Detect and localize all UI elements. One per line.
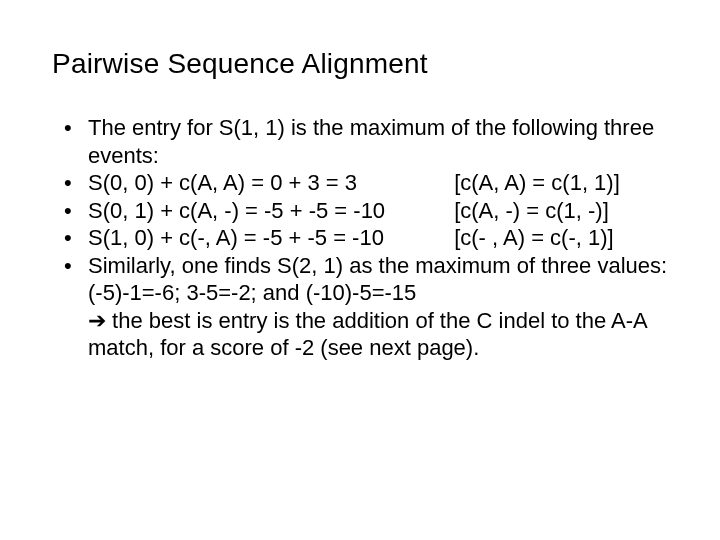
bullet-intro-text: The entry for S(1, 1) is the maximum of … (88, 115, 654, 168)
arrow-icon: ➔ (88, 308, 106, 333)
slide-title: Pairwise Sequence Alignment (52, 48, 668, 80)
eq1-rhs: [c(A, A) = c(1, 1)] (454, 169, 620, 197)
eq1-lhs: S(0, 0) + c(A, A) = 0 + 3 = 3 (88, 169, 448, 197)
bullet-list: The entry for S(1, 1) is the maximum of … (52, 114, 668, 362)
bullet-eq3: S(1, 0) + c(-, A) = -5 + -5 = -10 [c(- ,… (62, 224, 668, 252)
bullet-similarly: Similarly, one finds S(2, 1) as the maxi… (62, 252, 668, 362)
bullet-eq1: S(0, 0) + c(A, A) = 0 + 3 = 3 [c(A, A) =… (62, 169, 668, 197)
similarly-part-b: the best is entry is the addition of the… (88, 308, 647, 361)
bullet-eq2: S(0, 1) + c(A, -) = -5 + -5 = -10 [c(A, … (62, 197, 668, 225)
eq2-rhs: [c(A, -) = c(1, -)] (454, 197, 609, 225)
slide: Pairwise Sequence Alignment The entry fo… (0, 0, 720, 540)
eq2-lhs: S(0, 1) + c(A, -) = -5 + -5 = -10 (88, 197, 448, 225)
bullet-intro: The entry for S(1, 1) is the maximum of … (62, 114, 668, 169)
eq3-lhs: S(1, 0) + c(-, A) = -5 + -5 = -10 (88, 224, 448, 252)
eq3-rhs: [c(- , A) = c(-, 1)] (454, 224, 614, 252)
similarly-part-a: Similarly, one finds S(2, 1) as the maxi… (88, 253, 667, 306)
